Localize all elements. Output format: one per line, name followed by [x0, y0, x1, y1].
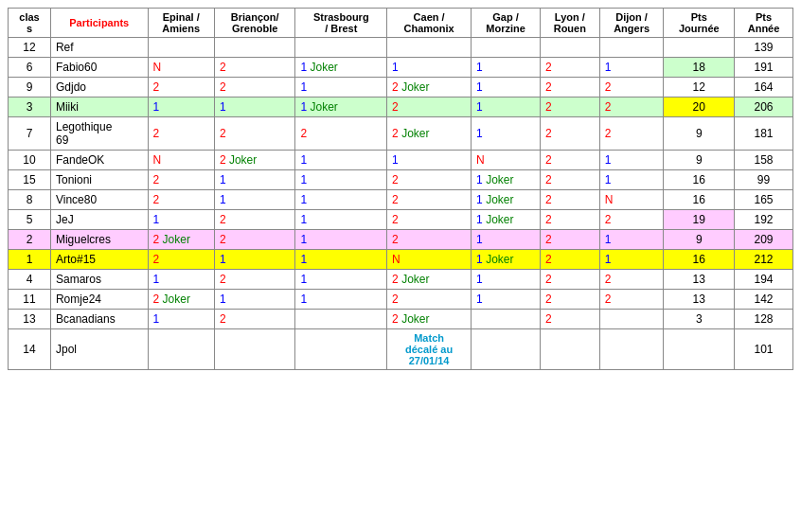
- cell-briancon: 2: [214, 78, 295, 98]
- cell-lyon: 2: [540, 98, 599, 117]
- cell-strasbourg: 1: [295, 170, 387, 190]
- cell-pts-annee: 194: [735, 270, 793, 290]
- cell-gap: 1: [472, 290, 541, 310]
- cell-caen: 2 Joker: [387, 78, 472, 98]
- cell-gap: 1: [472, 78, 541, 98]
- cell-briancon: 2: [214, 230, 295, 250]
- cell-caen: 2: [387, 190, 472, 210]
- cell-pts-journee: 12: [664, 78, 735, 98]
- cell-pts-annee: 192: [735, 210, 793, 230]
- cell-gap: 1: [472, 230, 541, 250]
- cell-gap: 1: [472, 117, 541, 151]
- cell-class: 5: [9, 210, 51, 230]
- cell-pts-journee: [664, 38, 735, 58]
- cell-lyon: 2: [540, 250, 599, 270]
- cell-class: 2: [9, 230, 51, 250]
- cell-gap: 1: [472, 270, 541, 290]
- cell-dijon: 2: [599, 117, 664, 151]
- cell-epinal: 1: [148, 98, 214, 117]
- cell-pts-annee: 142: [735, 290, 793, 310]
- header-strasbourg: Strasbourg/ Brest: [295, 9, 387, 38]
- cell-caen: 1: [387, 58, 472, 78]
- cell-epinal: 2 Joker: [148, 230, 214, 250]
- cell: [599, 38, 664, 58]
- header-class: class: [9, 9, 51, 38]
- cell-class: 8: [9, 190, 51, 210]
- cell-pts-annee: 128: [735, 310, 793, 329]
- cell-briancon: 1: [214, 170, 295, 190]
- cell-epinal: 1: [148, 210, 214, 230]
- header-pts-annee: PtsAnnée: [735, 9, 793, 38]
- cell-strasbourg: 1: [295, 190, 387, 210]
- cell: [295, 38, 387, 58]
- cell: [295, 329, 387, 370]
- cell-pts-annee: 212: [735, 250, 793, 270]
- cell-caen: 2 Joker: [387, 270, 472, 290]
- cell-caen: 2: [387, 170, 472, 190]
- cell-epinal: 2: [148, 117, 214, 151]
- cell-dijon: 1: [599, 151, 664, 170]
- cell: [472, 38, 541, 58]
- cell-caen: 2: [387, 210, 472, 230]
- cell-caen: 2 Joker: [387, 117, 472, 151]
- cell-epinal: N: [148, 151, 214, 170]
- cell-pts-journee: 16: [664, 170, 735, 190]
- cell-briancon: 1: [214, 290, 295, 310]
- cell-pts-journee: 16: [664, 250, 735, 270]
- cell-participant: Bcanadians: [50, 310, 148, 329]
- header-epinal: Epinal /Amiens: [148, 9, 214, 38]
- cell: [472, 310, 541, 329]
- cell: [387, 38, 472, 58]
- cell-pts-annee: 165: [735, 190, 793, 210]
- cell-caen: 2: [387, 290, 472, 310]
- cell-strasbourg: 1: [295, 290, 387, 310]
- header-gap: Gap /Morzine: [472, 9, 541, 38]
- cell-class: 4: [9, 270, 51, 290]
- cell-strasbourg: 2: [295, 117, 387, 151]
- cell-lyon: 2: [540, 310, 599, 329]
- cell: [295, 310, 387, 329]
- cell-strasbourg: 1: [295, 151, 387, 170]
- cell-participant: Vince80: [50, 190, 148, 210]
- cell-participant: Gdjdo: [50, 78, 148, 98]
- cell-pts-journee: 9: [664, 230, 735, 250]
- cell-class: 12: [9, 38, 51, 58]
- cell-pts-journee: 9: [664, 151, 735, 170]
- cell-class: 14: [9, 329, 51, 370]
- cell-gap: 1 Joker: [472, 250, 541, 270]
- cell-pts-annee: 99: [735, 170, 793, 190]
- cell-strasbourg: 1 Joker: [295, 58, 387, 78]
- cell-lyon: 2: [540, 58, 599, 78]
- cell-briancon: 1: [214, 190, 295, 210]
- cell: [148, 329, 214, 370]
- cell-strasbourg: 1: [295, 78, 387, 98]
- cell-pts-journee: 19: [664, 210, 735, 230]
- cell-participant: Arto#15: [50, 250, 148, 270]
- cell-dijon: 2: [599, 78, 664, 98]
- cell-lyon: 2: [540, 210, 599, 230]
- cell-strasbourg: 1: [295, 270, 387, 290]
- cell-briancon: 2: [214, 117, 295, 151]
- header-caen: Caen /Chamonix: [387, 9, 472, 38]
- cell-participant: Miguelcres: [50, 230, 148, 250]
- cell-epinal: N: [148, 58, 214, 78]
- cell-epinal: 2: [148, 170, 214, 190]
- cell-caen: 2: [387, 98, 472, 117]
- cell-gap: 1: [472, 98, 541, 117]
- header-participants: Participants: [50, 9, 148, 38]
- cell-pts-annee: 181: [735, 117, 793, 151]
- cell-strasbourg: 1: [295, 250, 387, 270]
- cell-class: 3: [9, 98, 51, 117]
- cell-lyon: 2: [540, 190, 599, 210]
- cell-dijon: 1: [599, 58, 664, 78]
- cell-participant: Fabio60: [50, 58, 148, 78]
- cell-caen: 2 Joker: [387, 310, 472, 329]
- cell-dijon: 1: [599, 170, 664, 190]
- cell: [599, 329, 664, 370]
- cell-participant: FandeOK: [50, 151, 148, 170]
- cell: [599, 310, 664, 329]
- cell-participant: Ref: [50, 38, 148, 58]
- cell-class: 10: [9, 151, 51, 170]
- cell-dijon: 2: [599, 98, 664, 117]
- cell-gap: 1 Joker: [472, 170, 541, 190]
